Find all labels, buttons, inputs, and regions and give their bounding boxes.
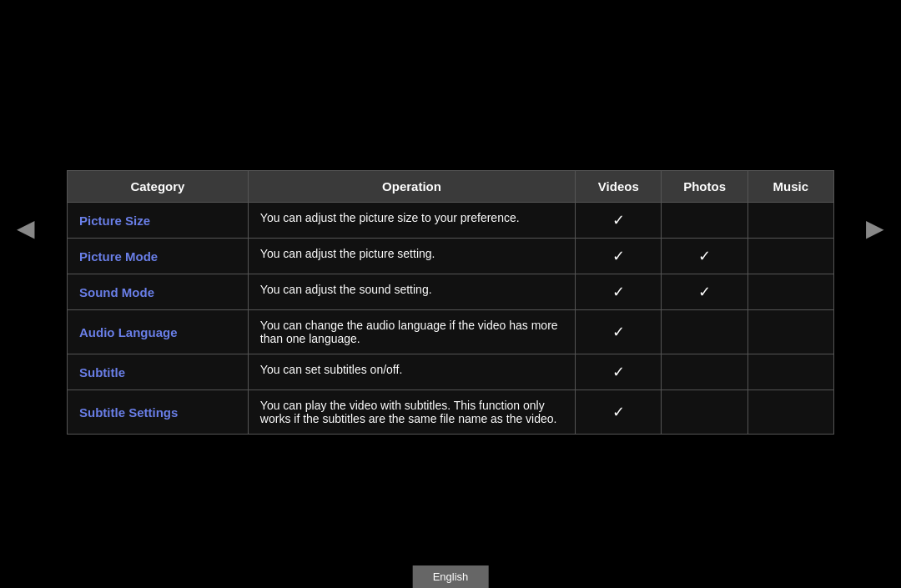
table-row: Sound ModeYou can adjust the sound setti… [68,274,834,310]
table-container: Category Operation Videos Photos Music P… [67,170,834,435]
header-videos: Videos [576,171,662,203]
category-cell: Subtitle [68,354,249,390]
category-cell: Sound Mode [68,274,249,310]
photos-check-cell [662,354,747,390]
language-button[interactable]: English [413,565,489,588]
videos-check-cell: ✓ [576,354,662,390]
music-check-cell [747,310,833,354]
operation-cell: You can adjust the picture size to your … [248,203,575,239]
table-body: Picture SizeYou can adjust the picture s… [68,203,834,435]
page-wrapper: ◀ Category Operation Videos Photos Music… [0,0,901,588]
category-cell: Subtitle Settings [68,390,249,435]
table-row: Subtitle SettingsYou can play the video … [68,390,834,435]
content-table: Category Operation Videos Photos Music P… [67,170,834,435]
category-cell: Audio Language [68,310,249,354]
videos-check-cell: ✓ [576,203,662,239]
photos-check-cell [662,310,747,354]
videos-check-cell: ✓ [576,239,662,274]
videos-check-cell: ✓ [576,310,662,354]
photos-check-cell: ✓ [662,239,747,274]
music-check-cell [747,203,833,239]
header-operation: Operation [248,171,575,203]
music-check-cell [747,239,833,274]
photos-check-cell [662,390,747,435]
music-check-cell [747,390,833,435]
operation-cell: You can adjust the sound setting. [248,274,575,310]
videos-check-cell: ✓ [576,390,662,435]
table-header-row: Category Operation Videos Photos Music [68,171,834,203]
table-row: SubtitleYou can set subtitles on/off.✓ [68,354,834,390]
photos-check-cell: ✓ [662,274,747,310]
photos-check-cell [662,203,747,239]
prev-arrow-icon[interactable]: ◀ [8,205,43,249]
table-row: Picture ModeYou can adjust the picture s… [68,239,834,274]
music-check-cell [747,354,833,390]
header-category: Category [68,171,249,203]
operation-cell: You can change the audio language if the… [248,310,575,354]
table-row: Picture SizeYou can adjust the picture s… [68,203,834,239]
operation-cell: You can set subtitles on/off. [248,354,575,390]
operation-cell: You can play the video with subtitles. T… [248,390,575,435]
videos-check-cell: ✓ [576,274,662,310]
header-music: Music [747,171,833,203]
music-check-cell [747,274,833,310]
category-cell: Picture Size [68,203,249,239]
next-arrow-icon[interactable]: ▶ [858,205,893,249]
operation-cell: You can adjust the picture setting. [248,239,575,274]
category-cell: Picture Mode [68,239,249,274]
header-photos: Photos [662,171,747,203]
language-bar: English [413,565,489,588]
table-row: Audio LanguageYou can change the audio l… [68,310,834,354]
